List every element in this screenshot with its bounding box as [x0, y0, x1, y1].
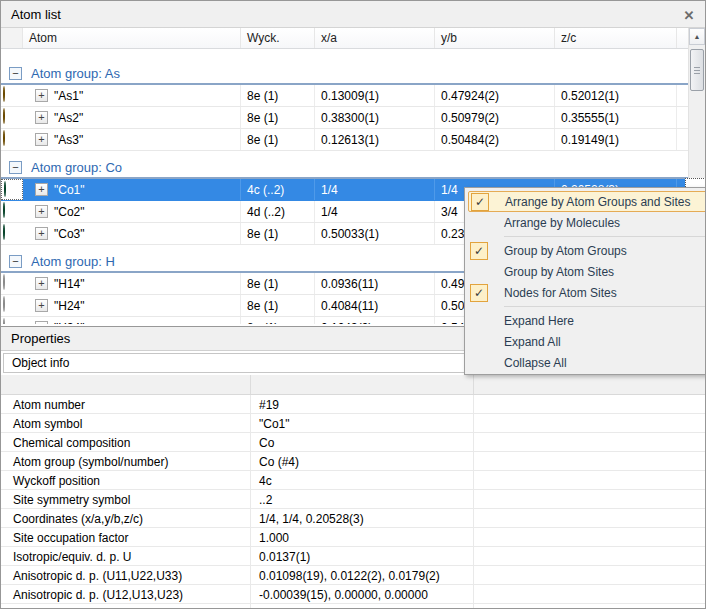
property-row[interactable]: Chemical compositionCo — [1, 433, 706, 452]
atom-name: "H24" — [54, 299, 85, 313]
property-row[interactable]: Atom symbol"Co1" — [1, 414, 706, 433]
property-label: Atom group (symbol/number) — [1, 452, 251, 470]
atom-row-as1[interactable]: +"As1" 8e (1) 0.13009(1) 0.47924(2) 0.52… — [1, 85, 690, 107]
menu-item-collapse-all[interactable]: Collapse All — [468, 352, 706, 373]
expand-icon[interactable]: + — [35, 277, 48, 290]
wyck-cell: 8e (1) — [241, 85, 315, 106]
h-atom-icon — [3, 296, 5, 312]
atom-icon-cell — [1, 295, 23, 316]
xa-cell: 0.12613(1) — [315, 129, 435, 150]
expand-icon[interactable]: + — [35, 227, 48, 240]
wyck-cell: 8e (1) — [241, 317, 315, 324]
expand-icon[interactable]: + — [35, 89, 48, 102]
close-icon[interactable]: ✕ — [680, 6, 698, 24]
as-atom-icon — [3, 86, 5, 102]
xa-cell: 0.38300(1) — [315, 107, 435, 128]
atom-icon-cell — [1, 223, 23, 244]
scrollbar-thumb[interactable] — [690, 49, 704, 91]
property-label: Wyckoff position — [1, 471, 251, 489]
scrollbar-grip — [694, 67, 700, 75]
menu-item-expand-all[interactable]: Expand All — [468, 331, 706, 352]
column-header-xa[interactable]: x/a — [315, 28, 435, 48]
co-atom-icon — [3, 224, 5, 240]
object-info-label: Object info — [12, 356, 69, 370]
property-row[interactable]: Site symmetry symbol..2 — [1, 490, 706, 509]
xa-cell: 0.13009(1) — [315, 85, 435, 106]
collapse-icon[interactable]: − — [9, 161, 22, 174]
expand-icon[interactable]: + — [35, 111, 48, 124]
menu-item-label: Expand Here — [504, 314, 574, 328]
column-header-atom[interactable]: Atom — [23, 28, 241, 48]
window-title: Atom list — [11, 7, 61, 22]
collapse-icon[interactable]: − — [9, 255, 22, 268]
property-value: Co (#4) — [251, 452, 474, 470]
column-header-yb[interactable]: y/b — [435, 28, 555, 48]
property-value: Co — [251, 433, 474, 451]
collapse-icon[interactable]: − — [9, 67, 22, 80]
menu-item-label: Group by Atom Groups — [504, 244, 627, 258]
menu-item-nodes-for-atom-sites[interactable]: ✓ Nodes for Atom Sites — [468, 282, 706, 303]
yb-cell: 0.50979(2) — [435, 107, 555, 128]
property-value: "Co1" — [251, 414, 474, 432]
atom-icon-cell — [1, 129, 23, 150]
column-header-zc[interactable]: z/c — [555, 28, 677, 48]
menu-separator — [504, 306, 706, 307]
menu-item-expand-here[interactable]: Expand Here — [468, 310, 706, 331]
as-atom-icon — [3, 130, 5, 146]
scroll-up-button[interactable]: ▲ — [689, 28, 705, 45]
menu-item-group-by-atom-sites[interactable]: Group by Atom Sites — [468, 261, 706, 282]
atom-row-as3[interactable]: +"As3" 8e (1) 0.12613(1) 0.50484(2) 0.19… — [1, 129, 690, 151]
menu-item-label: Expand All — [504, 335, 561, 349]
atom-name: "As1" — [54, 89, 83, 103]
context-menu: ✓ Arrange by Atom Groups and Sites Arran… — [464, 187, 706, 375]
expand-icon[interactable]: + — [35, 183, 48, 196]
group-label: Atom group: H — [31, 254, 115, 269]
atom-icon-cell — [1, 273, 23, 294]
property-value: #19 — [251, 395, 474, 413]
expand-icon[interactable]: + — [35, 205, 48, 218]
menu-item-arrange-by-molecules[interactable]: Arrange by Molecules — [468, 212, 706, 233]
property-row[interactable]: Wyckoff position4c — [1, 471, 706, 490]
property-label: Atom symbol — [1, 414, 251, 432]
atom-name: "Co2" — [54, 205, 85, 219]
property-value: 0.01098(19), 0.0122(2), 0.0179(2) — [251, 566, 474, 584]
property-row[interactable]: Atom group (symbol/number)Co (#4) — [1, 452, 706, 471]
column-header-wyck[interactable]: Wyck. — [241, 28, 315, 48]
co-atom-icon — [3, 202, 5, 218]
menu-item-arrange-by-atom-groups-and-sites[interactable]: ✓ Arrange by Atom Groups and Sites — [468, 191, 706, 212]
expand-icon[interactable]: + — [35, 299, 48, 312]
atom-list-window: Atom list ✕ Atom Wyck. x/a y/b z/c − Ato… — [0, 0, 706, 609]
scroll-up-icon: ▲ — [694, 33, 701, 40]
wyck-cell: 4d (..2) — [241, 201, 315, 222]
property-row[interactable]: Coordinates (x/a,y/b,z/c)1/4, 1/4, 0.205… — [1, 509, 706, 528]
menu-item-label: Group by Atom Sites — [504, 265, 614, 279]
menu-item-group-by-atom-groups[interactable]: ✓ Group by Atom Groups — [468, 240, 706, 261]
atom-row-as2[interactable]: +"As2" 8e (1) 0.38300(1) 0.50979(2) 0.35… — [1, 107, 690, 129]
wyck-cell: 8e (1) — [241, 273, 315, 294]
menu-item-label: Arrange by Molecules — [504, 216, 620, 230]
checkmark-icon: ✓ — [471, 193, 489, 211]
menu-item-label: Nodes for Atom Sites — [504, 286, 617, 300]
atom-icon-cell — [1, 85, 23, 106]
atom-name: "Co1" — [54, 183, 85, 197]
property-row[interactable]: Anisotropic d. p. (U11,U22,U33)0.01098(1… — [1, 566, 706, 585]
property-row[interactable]: Site occupation factor1.000 — [1, 528, 706, 547]
property-row[interactable]: Atom number#19 — [1, 395, 706, 414]
property-label: Site symmetry symbol — [1, 490, 251, 508]
zc-cell: 0.19149(1) — [555, 129, 677, 150]
group-header-co[interactable]: − Atom group: Co — [1, 157, 690, 179]
property-row[interactable]: Anisotropic d. p. (U12,U13,U23)-0.00039(… — [1, 585, 706, 604]
atom-name: "As3" — [54, 133, 83, 147]
wyck-cell: 8e (1) — [241, 295, 315, 316]
column-header-spacer — [1, 28, 23, 48]
xa-cell: 1/4 — [315, 201, 435, 222]
checkmark-icon: ✓ — [470, 242, 488, 260]
expand-icon[interactable]: + — [35, 133, 48, 146]
expand-icon[interactable]: + — [35, 321, 48, 324]
group-header-as[interactable]: − Atom group: As — [1, 63, 690, 85]
property-value: 0.0137(1) — [251, 547, 474, 565]
property-row[interactable]: Isotropic/equiv. d. p. U0.0137(1) — [1, 547, 706, 566]
property-label: Chemical composition — [1, 433, 251, 451]
h-atom-icon — [3, 318, 5, 324]
atom-name: "H14" — [54, 277, 85, 291]
